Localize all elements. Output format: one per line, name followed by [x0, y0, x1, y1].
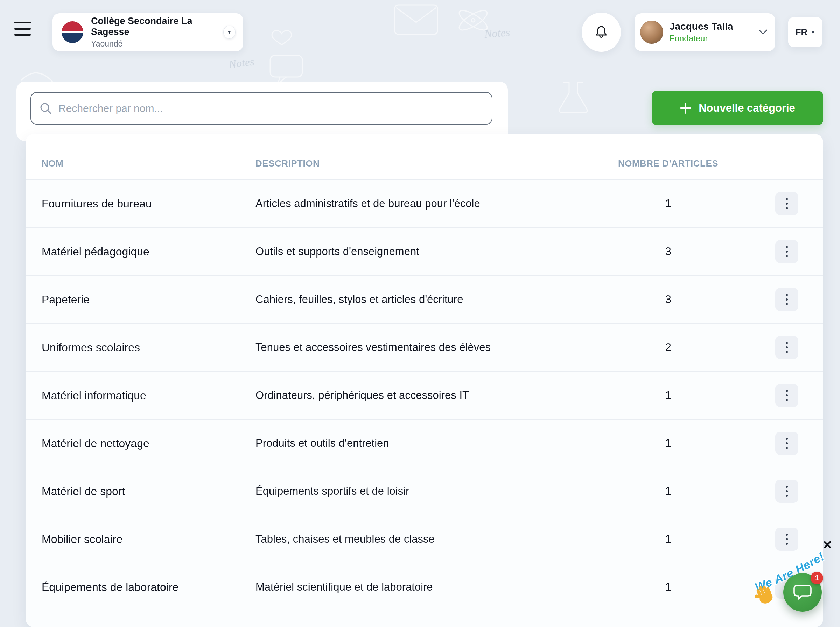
- table-row: Matériel de sport Équipements sportifs e…: [25, 467, 823, 515]
- chevron-down-icon: ▾: [223, 25, 236, 39]
- plus-icon: [680, 102, 692, 114]
- table-row: Équipements de laboratoire Matériel scie…: [25, 563, 823, 611]
- row-name: Mobilier scolaire: [42, 533, 255, 546]
- row-count: 1: [612, 437, 724, 450]
- chevron-down-icon: ▼: [811, 30, 815, 35]
- row-name: Fournitures de bureau: [42, 197, 255, 210]
- row-count: 1: [612, 197, 724, 210]
- svg-text:Notes: Notes: [227, 55, 255, 71]
- row-name: Uniformes scolaires: [42, 341, 255, 354]
- row-name: Papeterie: [42, 293, 255, 306]
- table-body: Fournitures de bureau Articles administr…: [25, 180, 823, 627]
- kebab-icon: [786, 342, 788, 353]
- row-name: Matériel pédagogique: [42, 245, 255, 258]
- search-panel: [16, 82, 508, 141]
- table-row: Uniformes scolaires Tenues et accessoire…: [25, 323, 823, 371]
- new-category-label: Nouvelle catégorie: [698, 102, 795, 114]
- user-menu[interactable]: Jacques Talla Fondateur: [635, 13, 775, 51]
- row-description: Articles administratifs et de bureau pou…: [255, 197, 612, 210]
- row-name: Matériel informatique: [42, 389, 255, 402]
- row-count: 2: [612, 341, 724, 354]
- new-category-button[interactable]: Nouvelle catégorie: [652, 91, 823, 125]
- row-menu-button[interactable]: [775, 336, 798, 359]
- row-count: 1: [612, 389, 724, 402]
- row-description: Produits et outils d'entretien: [255, 437, 612, 450]
- school-city: Yaoundé: [91, 39, 223, 49]
- search-field[interactable]: [30, 92, 492, 124]
- bell-icon: [594, 25, 608, 39]
- row-description: Tenues et accessoires vestimentaires des…: [255, 341, 612, 354]
- row-menu-button[interactable]: [775, 240, 798, 263]
- app: Notes Notes Collège Secondaire La Sagess…: [0, 0, 840, 627]
- school-text: Collège Secondaire La Sagesse Yaoundé: [91, 16, 223, 49]
- table-row: Matériel de nettoyage Produits et outils…: [25, 419, 823, 467]
- table-row: Papeterie Cahiers, feuilles, stylos et a…: [25, 276, 823, 323]
- row-description: Ordinateurs, périphériques et accessoire…: [255, 389, 612, 402]
- chat-unread-badge: 1: [811, 572, 823, 584]
- row-name: Matériel de sport: [42, 485, 255, 498]
- row-description: Tables, chaises et meubles de classe: [255, 533, 612, 545]
- row-count: 3: [612, 245, 724, 258]
- row-count: 1: [612, 485, 724, 498]
- column-header-description: DESCRIPTION: [255, 158, 612, 169]
- avatar: [640, 20, 663, 44]
- column-header-articles: NOMBRE D'ARTICLES: [612, 158, 724, 169]
- row-count: 3: [612, 293, 724, 306]
- kebab-icon: [786, 534, 788, 545]
- row-description: Cahiers, feuilles, stylos et articles d'…: [255, 293, 612, 306]
- table-header: NOM DESCRIPTION NOMBRE D'ARTICLES: [25, 134, 823, 180]
- school-selector[interactable]: Collège Secondaire La Sagesse Yaoundé ▾: [52, 13, 243, 51]
- kebab-icon: [786, 294, 788, 305]
- categories-table: NOM DESCRIPTION NOMBRE D'ARTICLES Fourni…: [25, 134, 823, 627]
- search-icon: [39, 102, 52, 115]
- chevron-down-icon: [758, 29, 768, 35]
- row-name: Équipements de laboratoire: [42, 581, 255, 594]
- close-icon[interactable]: ✕: [823, 539, 833, 551]
- column-header-nom: NOM: [42, 158, 255, 169]
- row-count: 1: [612, 581, 724, 594]
- table-row: Fournitures de bureau Articles administr…: [25, 180, 823, 227]
- user-text: Jacques Talla Fondateur: [670, 21, 733, 43]
- school-logo: [61, 21, 83, 43]
- table-row: Matériel pédagogique Outils et supports …: [25, 227, 823, 276]
- kebab-icon: [786, 438, 788, 449]
- user-role: Fondateur: [670, 33, 733, 43]
- row-count: 1: [612, 533, 724, 545]
- svg-text:Notes: Notes: [484, 26, 510, 40]
- search-input[interactable]: [58, 102, 483, 114]
- school-name: Collège Secondaire La Sagesse: [91, 16, 223, 38]
- row-menu-button[interactable]: [775, 480, 798, 503]
- kebab-icon: [786, 246, 788, 257]
- table-row: Mobilier scolaire Tables, chaises et meu…: [25, 515, 823, 563]
- user-name: Jacques Talla: [670, 21, 733, 32]
- row-description: Équipements sportifs et de loisir: [255, 485, 612, 498]
- row-menu-button[interactable]: [775, 384, 798, 407]
- row-description: Outils et supports d'enseignement: [255, 245, 612, 258]
- kebab-icon: [786, 486, 788, 497]
- row-name: Matériel de nettoyage: [42, 437, 255, 450]
- row-menu-button[interactable]: [775, 432, 798, 455]
- kebab-icon: [786, 198, 788, 209]
- kebab-icon: [786, 390, 788, 401]
- notifications-button[interactable]: [582, 13, 621, 52]
- row-menu-button[interactable]: [775, 288, 798, 311]
- language-label: FR: [796, 27, 808, 38]
- row-menu-button[interactable]: [775, 528, 798, 551]
- row-description: Matériel scientifique et de laboratoire: [255, 581, 612, 594]
- language-selector[interactable]: FR ▼: [788, 17, 823, 47]
- table-row: Matériel informatique Ordinateurs, périp…: [25, 371, 823, 419]
- chat-bubble-icon: [793, 584, 812, 601]
- row-menu-button[interactable]: [775, 192, 798, 215]
- menu-button[interactable]: [14, 22, 31, 36]
